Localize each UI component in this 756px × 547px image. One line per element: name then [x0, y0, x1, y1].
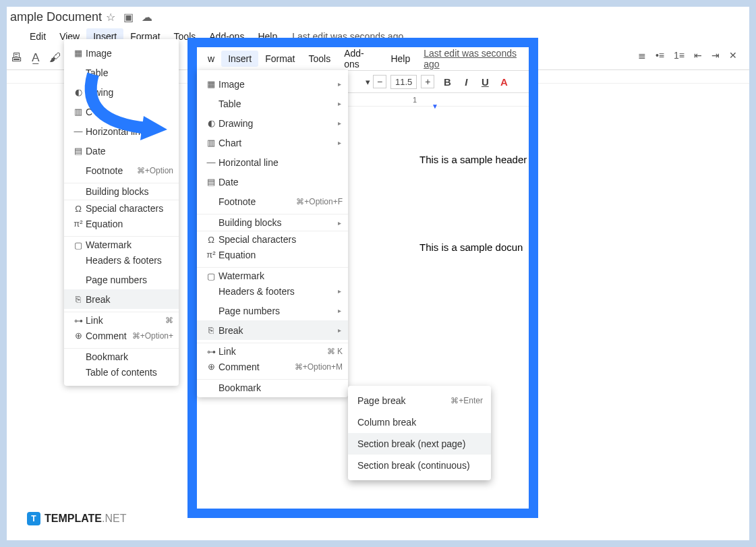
svg-marker-0: [140, 116, 167, 140]
dd2-break[interactable]: ⎘Break▸: [197, 320, 348, 340]
menu-edit[interactable]: Edit: [23, 28, 53, 45]
chevron-right-icon: ▸: [338, 100, 341, 107]
watermark-icon: ▢: [204, 271, 219, 281]
menu2-insert[interactable]: Insert: [221, 51, 258, 67]
star-icon[interactable]: ☆: [106, 11, 115, 24]
chevron-right-icon: ▸: [338, 307, 341, 314]
chevron-right-icon: ▸: [338, 219, 341, 227]
menu2-format[interactable]: Format: [258, 51, 301, 67]
logo-brand: TEMPLATE: [45, 513, 102, 525]
dd2-link[interactable]: ⊶Link⌘ K: [197, 343, 348, 357]
font-size[interactable]: 11.5: [390, 75, 417, 89]
text-color-button[interactable]: A: [498, 76, 510, 88]
watermark-logo: T TEMPLATE.NET: [27, 512, 126, 525]
menu2-addons[interactable]: Add-ons: [337, 45, 384, 72]
font-plus[interactable]: +: [421, 75, 434, 88]
line-icon: —: [204, 157, 219, 167]
right-toolbar: ≣ •≡ 1≡ ⇤ ⇥ ✕: [638, 50, 737, 61]
comment-icon: ⊕: [71, 330, 86, 341]
dd1-image[interactable]: ▦Image: [64, 43, 179, 63]
font-minus[interactable]: −: [373, 75, 386, 88]
dropdown-caret-icon[interactable]: ▾: [366, 77, 370, 87]
image-icon: ▦: [71, 48, 86, 58]
dd1-date[interactable]: ▤Date: [64, 141, 179, 161]
dd1-eq[interactable]: π²Equation: [64, 214, 179, 233]
date-icon: ▤: [71, 146, 86, 156]
dd2-eq[interactable]: π²Equation: [197, 245, 348, 264]
chevron-right-icon: ▸: [338, 326, 341, 334]
link-icon: ⊶: [71, 316, 86, 326]
dd2-hl[interactable]: —Horizontal line: [197, 152, 348, 172]
dd2-wm[interactable]: ▢Watermark: [197, 267, 348, 281]
dd1-footnote[interactable]: Footnote⌘+Option: [64, 161, 179, 180]
menu2-view-cut[interactable]: w: [201, 51, 221, 67]
pi-icon: π²: [204, 250, 219, 260]
dd1-hf[interactable]: Headers & footers: [64, 250, 179, 270]
paint-icon[interactable]: 🖌: [49, 51, 61, 65]
link-icon: ⊶: [204, 347, 219, 357]
sub-section-continuous[interactable]: Section break (continuous): [348, 455, 491, 476]
indent-decrease-icon[interactable]: ⇤: [694, 50, 702, 61]
overlay-window: w Insert Format Tools Add-ons Help Last …: [197, 47, 529, 509]
dd2-comment[interactable]: ⊕Comment⌘+Option+M: [197, 357, 348, 376]
dd1-wm[interactable]: ▢Watermark: [64, 236, 179, 250]
doc-title[interactable]: ample Document: [10, 10, 102, 24]
dd1-sp[interactable]: ΩSpecial characters: [64, 200, 179, 214]
dd1-bb[interactable]: Building blocks: [64, 183, 179, 197]
numbered-list-icon[interactable]: 1≡: [674, 50, 685, 61]
dd2-drawing[interactable]: ◐Drawing▸: [197, 113, 348, 133]
chevron-right-icon: ▸: [338, 119, 341, 127]
dd2-date[interactable]: ▤Date: [197, 172, 348, 192]
italic-button[interactable]: I: [460, 76, 472, 88]
indent-increase-icon[interactable]: ⇥: [711, 50, 720, 61]
image-icon: ▦: [204, 79, 219, 89]
dd1-pn[interactable]: Page numbers: [64, 270, 179, 289]
break-icon: ⎘: [204, 325, 219, 335]
linespacing-icon[interactable]: ≣: [638, 50, 646, 61]
menu2-tools[interactable]: Tools: [301, 51, 337, 67]
dd2-table[interactable]: Table▸: [197, 94, 348, 113]
print-icon[interactable]: 🖶: [11, 51, 22, 65]
menu2-lastedit[interactable]: Last edit was seconds ago: [424, 48, 529, 69]
dd2-image[interactable]: ▦Image▸: [197, 74, 348, 94]
dd2-bookmark[interactable]: Bookmark: [197, 379, 348, 393]
date-icon: ▤: [204, 177, 219, 187]
sub-section-next-page[interactable]: Section break (next page): [348, 433, 491, 455]
dd2-footnote[interactable]: Footnote⌘+Option+F: [197, 192, 348, 211]
dd2-chart[interactable]: ▥Chart▸: [197, 133, 348, 152]
bulleted-list-icon[interactable]: •≡: [656, 50, 664, 61]
sub-page-break[interactable]: Page break⌘+Enter: [348, 390, 491, 411]
callout-arrow: [73, 67, 174, 142]
break-submenu: Page break⌘+Enter Column break Section b…: [348, 386, 491, 480]
break-icon: ⎘: [71, 294, 86, 304]
omega-icon: Ω: [204, 235, 219, 245]
dd2-hf[interactable]: Headers & footers▸: [197, 281, 348, 301]
omega-icon: Ω: [71, 204, 86, 214]
chart-icon: ▥: [204, 138, 219, 148]
dd2-sp[interactable]: ΩSpecial characters: [197, 231, 348, 245]
underline-button[interactable]: U: [479, 76, 491, 88]
logo-net: .NET: [102, 513, 126, 525]
dd1-toc[interactable]: Table of contents: [64, 362, 179, 382]
clear-format-icon[interactable]: ✕: [729, 50, 737, 61]
title-bar: ample Document ☆ ▣ ☁: [7, 7, 749, 27]
callout-overlay: w Insert Format Tools Add-ons Help Last …: [187, 38, 538, 518]
move-icon[interactable]: ▣: [123, 11, 134, 24]
cloud-icon[interactable]: ☁: [142, 11, 152, 24]
chevron-right-icon: ▸: [338, 139, 341, 146]
dd1-break[interactable]: ⎘Break: [64, 289, 179, 309]
menu2-help[interactable]: Help: [384, 51, 417, 67]
drawing-icon: ◐: [204, 118, 219, 128]
sub-column-break[interactable]: Column break: [348, 411, 491, 433]
pi-icon: π²: [71, 219, 86, 229]
watermark-icon: ▢: [71, 240, 86, 250]
bold-button[interactable]: B: [441, 76, 453, 88]
spellcheck-icon[interactable]: A̲: [32, 51, 40, 65]
dd1-comment[interactable]: ⊕Comment⌘+Option+: [64, 326, 179, 345]
dd2-bb[interactable]: Building blocks▸: [197, 214, 348, 228]
dd2-pn[interactable]: Page numbers▸: [197, 301, 348, 320]
dd1-bookmark[interactable]: Bookmark: [64, 348, 179, 362]
dd1-link[interactable]: ⊶Link⌘: [64, 312, 179, 326]
menu-file[interactable]: [9, 34, 23, 39]
insert-dropdown-inner: ▦Image▸ Table▸ ◐Drawing▸ ▥Chart▸ —Horizo…: [197, 70, 348, 397]
